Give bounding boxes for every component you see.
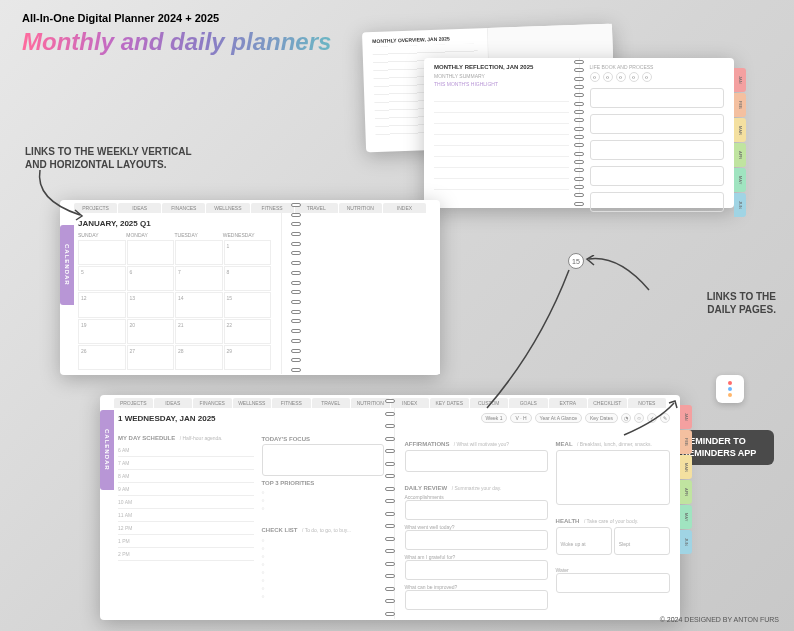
tab-ideas[interactable]: IDEAS <box>118 203 161 213</box>
tab-finances[interactable]: FINANCES <box>193 398 232 408</box>
checklist-item[interactable] <box>262 536 384 544</box>
tab-checklist[interactable]: CHECKLIST <box>588 398 627 408</box>
cal-cell[interactable]: 5 <box>78 266 126 291</box>
schedule-row[interactable]: 11 AM <box>118 509 254 522</box>
meal-box[interactable] <box>556 450 670 505</box>
tab-ideas[interactable]: IDEAS <box>154 398 193 408</box>
month-tab-may[interactable]: MAY <box>734 168 746 192</box>
priority-item[interactable] <box>262 496 384 504</box>
tab-extra[interactable]: EXTRA <box>549 398 588 408</box>
reflection-title: MONTHLY REFLECTION, JAN 2025 <box>434 64 569 70</box>
cal-cell[interactable]: 14 <box>175 292 223 317</box>
month-tab-jan[interactable]: JAN <box>680 405 692 429</box>
tab-notes[interactable]: NOTES <box>628 398 667 408</box>
checklist-item[interactable] <box>262 560 384 568</box>
checklist-item[interactable] <box>262 584 384 592</box>
tab-nutrition[interactable]: NUTRITION <box>339 203 382 213</box>
toolbar-pill[interactable]: Week 1 <box>481 413 508 423</box>
date-link-circle[interactable]: 15 <box>568 253 584 269</box>
focus-box[interactable] <box>262 444 384 476</box>
cal-cell[interactable]: 12 <box>78 292 126 317</box>
cal-cell[interactable]: 1 <box>224 240 272 265</box>
tab-custom[interactable]: CUSTOM <box>470 398 509 408</box>
focus-label: TODAY'S FOCUS <box>262 436 384 442</box>
cal-cell[interactable] <box>127 240 175 265</box>
priority-item[interactable] <box>262 504 384 512</box>
month-tab-jan[interactable]: JAN <box>734 68 746 92</box>
cal-cell[interactable]: 26 <box>78 345 126 370</box>
affirmations-box[interactable] <box>405 450 548 472</box>
woke-label: Woke up at <box>561 541 586 547</box>
q1-box[interactable] <box>405 530 548 550</box>
checklist-item[interactable] <box>262 552 384 560</box>
planner-reflection[interactable]: JANFEBMARAPRMAYJUN MONTHLY REFLECTION, J… <box>424 58 734 208</box>
checklist-item[interactable] <box>262 592 384 600</box>
daily-side-tab[interactable]: CALENDAR <box>100 410 114 490</box>
checklist-item[interactable] <box>262 568 384 576</box>
cal-cell[interactable]: 13 <box>127 292 175 317</box>
month-tab-mar[interactable]: MAR <box>680 455 692 479</box>
cal-cell[interactable]: 21 <box>175 319 223 344</box>
schedule-row[interactable]: 9 AM <box>118 483 254 496</box>
tab-fitness[interactable]: FITNESS <box>272 398 311 408</box>
month-tab-apr[interactable]: APR <box>734 143 746 167</box>
schedule-row[interactable]: 6 AM <box>118 444 254 457</box>
tab-projects[interactable]: PROJECTS <box>74 203 117 213</box>
schedule-row[interactable]: 12 PM <box>118 522 254 535</box>
water-box[interactable] <box>556 573 670 593</box>
bell-icon[interactable]: ◔ <box>621 413 631 423</box>
schedule-row[interactable]: 7 AM <box>118 457 254 470</box>
reminders-app-icon[interactable] <box>716 375 744 403</box>
schedule-row[interactable]: 2 PM <box>118 548 254 561</box>
month-tab-jun[interactable]: JUN <box>680 530 692 554</box>
month-tab-mar[interactable]: MAR <box>734 118 746 142</box>
month-tab-feb[interactable]: FEB <box>734 93 746 117</box>
month-tab-feb[interactable]: FEB <box>680 430 692 454</box>
planner-monthly[interactable]: CALENDAR PROJECTSIDEASFINANCESWELLNESSFI… <box>60 200 440 375</box>
smile-icon[interactable]: ☺ <box>634 413 644 423</box>
cal-cell[interactable]: 27 <box>127 345 175 370</box>
affirmations-label: AFFIRMATIONS <box>405 441 450 447</box>
cal-cell[interactable]: 28 <box>175 345 223 370</box>
check-icon[interactable]: ✓ <box>647 413 657 423</box>
schedule-row[interactable]: 8 AM <box>118 470 254 483</box>
month-tab-apr[interactable]: APR <box>680 480 692 504</box>
cal-cell[interactable]: 29 <box>224 345 272 370</box>
cal-cell[interactable]: 15 <box>224 292 272 317</box>
cal-cell[interactable]: 8 <box>224 266 272 291</box>
priority-item[interactable] <box>262 488 384 496</box>
schedule-row[interactable]: 10 AM <box>118 496 254 509</box>
review-box[interactable] <box>405 500 548 520</box>
q3-box[interactable] <box>405 590 548 610</box>
schedule-row[interactable]: 1 PM <box>118 535 254 548</box>
tab-wellness[interactable]: WELLNESS <box>206 203 249 213</box>
cal-cell[interactable]: 19 <box>78 319 126 344</box>
checklist-item[interactable] <box>262 544 384 552</box>
tab-wellness[interactable]: WELLNESS <box>233 398 272 408</box>
cal-cell[interactable]: 7 <box>175 266 223 291</box>
tab-goals[interactable]: GOALS <box>509 398 548 408</box>
day-header: TUESDAY <box>175 232 223 238</box>
toolbar-pill[interactable]: V · H <box>510 413 531 423</box>
planner-daily[interactable]: CALENDAR JANFEBMARAPRMAYJUN PROJECTSIDEA… <box>100 395 680 620</box>
month-tab-may[interactable]: MAY <box>680 505 692 529</box>
monthly-side-tab[interactable]: CALENDAR <box>60 225 74 305</box>
toolbar-pill[interactable]: Year At A Glance <box>535 413 582 423</box>
edit-icon[interactable]: ✎ <box>660 413 670 423</box>
checklist-item[interactable] <box>262 576 384 584</box>
cal-cell[interactable] <box>175 240 223 265</box>
health-hint: / Take care of your body. <box>584 518 638 524</box>
tab-finances[interactable]: FINANCES <box>162 203 205 213</box>
tab-index[interactable]: INDEX <box>383 203 426 213</box>
tab-travel[interactable]: TRAVEL <box>312 398 351 408</box>
reflection-sub: MONTHLY SUMMARY <box>434 73 569 79</box>
cal-cell[interactable]: 6 <box>127 266 175 291</box>
tab-projects[interactable]: PROJECTS <box>114 398 153 408</box>
cal-cell[interactable]: 22 <box>224 319 272 344</box>
month-tab-jun[interactable]: JUN <box>734 193 746 217</box>
cal-cell[interactable]: 20 <box>127 319 175 344</box>
toolbar-pill[interactable]: Key Dates <box>585 413 618 423</box>
q2-box[interactable] <box>405 560 548 580</box>
tab-key-dates[interactable]: KEY DATES <box>430 398 469 408</box>
cal-cell[interactable] <box>78 240 126 265</box>
